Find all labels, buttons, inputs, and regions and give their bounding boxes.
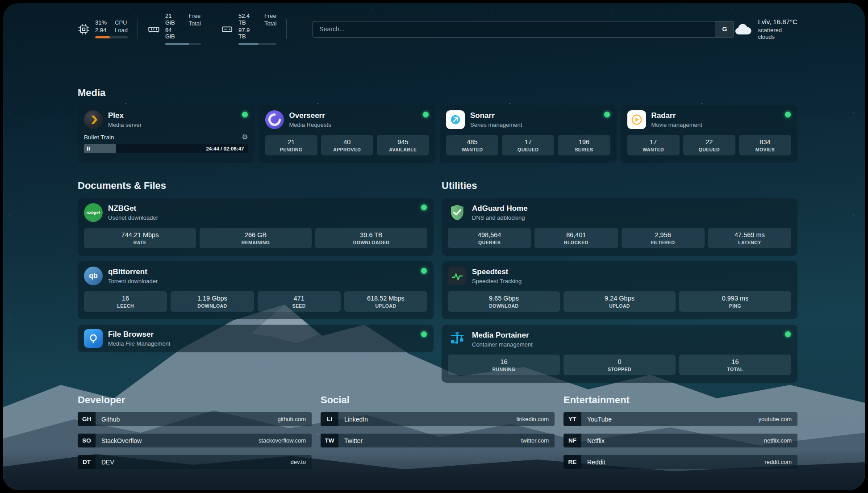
link-name: DEV <box>101 459 114 466</box>
stat-downloaded: 39.6 TB DOWNLOADED <box>315 228 427 248</box>
disk-usage-bar <box>238 43 276 45</box>
playback-time: 24:44 / 02:06:47 <box>206 146 244 151</box>
dashboard-screen: 31% 2.94 CPU Load 21 GiB <box>3 3 865 490</box>
app-card-speedtest[interactable]: Speedtest Speedtest Tracking 9.65 Gbps D… <box>442 261 797 319</box>
app-subtitle: Media server <box>108 121 142 128</box>
link-name: Reddit <box>587 459 605 466</box>
search-input[interactable] <box>313 21 715 37</box>
section-social: Social LI LinkedIn linkedin.com TW Twitt… <box>321 394 555 455</box>
app-subtitle: Speedtest Tracking <box>472 278 522 284</box>
stat-queued: 22 QUEUED <box>683 135 735 155</box>
app-card-filebrowser[interactable]: File Browser Media File Management <box>78 325 434 352</box>
link-abbr: GH <box>78 412 96 426</box>
stat-queued: 17 QUEUED <box>502 135 554 155</box>
app-card-plex[interactable]: Plex Media server Bullet Train ⚙ 24:44 /… <box>78 105 255 163</box>
status-dot-online <box>785 331 791 337</box>
stat-filtered: 2,956 FILTERED <box>622 228 705 248</box>
status-dot-online <box>421 268 427 274</box>
app-card-radarr[interactable]: Radarr Movie management 17 WANTED 22 QUE… <box>621 105 798 163</box>
disk-free-value: 52.4 TB <box>238 13 256 26</box>
app-name: qBittorrent <box>108 267 158 276</box>
link-abbr: LI <box>321 412 338 426</box>
nzbget-icon: nzbget <box>84 203 103 222</box>
stat-leech: 16 LEECH <box>84 291 167 312</box>
top-bar: 31% 2.94 CPU Load 21 GiB <box>78 17 797 42</box>
stat-latency: 47.569 ms LATENCY <box>708 228 791 248</box>
stat-movies: 834 MOVIES <box>739 135 791 155</box>
section-developer: Developer GH Github github.com SO StackO… <box>78 394 312 476</box>
cpu-chip-icon <box>78 23 90 35</box>
adguard-shield-icon <box>448 203 467 222</box>
qbittorrent-icon: qb <box>84 267 103 285</box>
link-abbr: YT <box>563 412 581 426</box>
app-name: File Browser <box>108 330 170 339</box>
playback-progress-bar[interactable]: 24:44 / 02:06:47 <box>84 144 248 153</box>
link-linkedin[interactable]: LI LinkedIn linkedin.com <box>321 412 555 426</box>
app-name: Overseerr <box>289 111 331 120</box>
cpu-usage-value: 31% <box>95 20 107 26</box>
weather-widget: Lviv, 16.87°C scattered clouds <box>734 18 797 40</box>
cpu-metric: 31% 2.94 CPU Load <box>78 19 138 39</box>
stat-wanted: 485 WANTED <box>446 135 498 155</box>
pause-icon[interactable] <box>87 147 90 151</box>
ram-free-label: Free <box>189 13 201 20</box>
link-url: reddit.com <box>764 459 792 465</box>
ram-free-value: 21 GiB <box>165 13 181 26</box>
ram-usage-bar <box>165 43 201 45</box>
section-title-documents: Documents & Files <box>78 180 434 192</box>
cpu-load-value: 2.94 <box>95 27 107 34</box>
gear-icon[interactable]: ⚙ <box>242 134 248 141</box>
link-name: YouTube <box>587 416 612 423</box>
overseerr-icon <box>265 110 284 129</box>
app-card-qbittorrent[interactable]: qb qBittorrent Torrent downloader 16 LEE… <box>78 261 434 319</box>
disk-free-label: Free <box>264 13 276 20</box>
stat-download: 1.19 Gbps DOWNLOAD <box>171 291 254 312</box>
app-card-portainer[interactable]: Media Portainer Container management 16 … <box>442 325 797 383</box>
link-netflix[interactable]: NF Netflix netflix.com <box>563 434 797 447</box>
app-name: Sonarr <box>470 111 522 120</box>
link-url: youtube.com <box>759 416 792 422</box>
stat-blocked: 86,401 BLOCKED <box>534 228 618 248</box>
portainer-crane-icon <box>448 330 467 349</box>
link-twitter[interactable]: TW Twitter twitter.com <box>321 434 555 447</box>
stat-pending: 21 PENDING <box>265 135 317 155</box>
app-card-overseerr[interactable]: Overseerr Media Requests 21 PENDING 40 A… <box>259 105 436 163</box>
status-dot-online <box>421 331 427 337</box>
link-url: stackoverflow.com <box>259 437 306 444</box>
ram-metric: 21 GiB 64 GiB Free Total <box>148 19 211 39</box>
link-stackoverflow[interactable]: SO StackOverflow stackoverflow.com <box>78 434 312 447</box>
link-dev-to[interactable]: DT DEV dev.to <box>78 455 312 469</box>
stat-stopped: 0 STOPPED <box>563 355 676 375</box>
link-abbr: DT <box>78 455 96 469</box>
link-youtube[interactable]: YT YouTube youtube.com <box>563 412 797 426</box>
stat-available: 945 AVAILABLE <box>377 135 429 155</box>
app-card-adguard-home[interactable]: AdGuard Home DNS and adblocking 498,564 … <box>442 198 797 256</box>
cpu-label: CPU <box>115 20 128 26</box>
stat-seed: 471 SEED <box>258 291 341 312</box>
status-dot-online <box>242 112 248 117</box>
search-engine-button[interactable]: G <box>715 21 734 37</box>
now-playing-title: Bullet Train <box>84 134 114 141</box>
section-title-developer: Developer <box>78 394 312 406</box>
stat-upload: 9.24 Gbps UPLOAD <box>563 291 676 312</box>
stat-wanted: 17 WANTED <box>627 135 680 155</box>
radarr-icon <box>627 110 646 129</box>
app-card-nzbget[interactable]: nzbget NZBGet Usenet downloader 744.21 M… <box>78 198 434 256</box>
section-title-entertainment: Entertainment <box>563 394 797 406</box>
weather-location: Lviv, 16.87°C <box>758 18 797 25</box>
link-name: Twitter <box>344 437 363 444</box>
link-url: dev.to <box>291 459 306 465</box>
speedtest-icon <box>448 267 467 285</box>
app-subtitle: Torrent downloader <box>108 278 158 284</box>
disk-metric: 52.4 TB 97.9 TB Free Total <box>221 19 287 39</box>
app-name: Speedtest <box>472 267 522 276</box>
link-name: LinkedIn <box>344 416 368 423</box>
app-subtitle: Usenet downloader <box>108 214 158 221</box>
link-abbr: NF <box>563 434 581 447</box>
app-subtitle: Movie management <box>651 121 702 128</box>
link-github[interactable]: GH Github github.com <box>78 412 312 426</box>
link-reddit[interactable]: RE Reddit reddit.com <box>563 455 797 469</box>
link-url: github.com <box>277 416 306 422</box>
app-card-sonarr[interactable]: Sonarr Series management 485 WANTED 17 Q… <box>440 105 617 163</box>
filebrowser-icon <box>84 329 103 348</box>
